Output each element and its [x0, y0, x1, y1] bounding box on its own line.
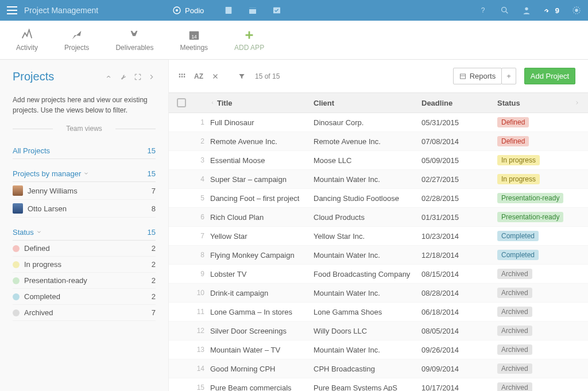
col-deadline[interactable]: Deadline: [421, 99, 497, 107]
cell-status: Archived: [497, 269, 567, 279]
manager-row[interactable]: Jenny Williams7: [13, 182, 156, 200]
cell-deadline: 10/17/2014: [421, 384, 497, 392]
svg-point-10: [546, 11, 548, 13]
status-section[interactable]: Status 15: [13, 224, 156, 241]
search-icon[interactable]: [500, 6, 509, 15]
brand-name: Podio: [185, 6, 204, 15]
workspace-title[interactable]: Project Management: [24, 6, 98, 15]
table-row[interactable]: 15Pure Beam commercialsPure Beam Systems…: [169, 378, 588, 391]
sidebar-desc: Add new projects here and view our exist…: [13, 95, 156, 115]
projects-by-manager[interactable]: Projects by manager 15: [13, 166, 156, 182]
table-row[interactable]: 6Rich Cloud PlanCloud Products01/31/2015…: [169, 208, 588, 227]
filter-icon[interactable]: [238, 72, 246, 80]
broadcast-icon[interactable]: [106, 73, 114, 81]
table-row[interactable]: 11Lone Gamma – In storesLone Gamma Shoes…: [169, 303, 588, 322]
table-row[interactable]: 8Flying Monkey CampaignMountain Water In…: [169, 246, 588, 265]
cell-deadline: 08/15/2014: [421, 270, 497, 278]
view-count: 15: [148, 146, 156, 155]
table-row[interactable]: 13Mountain Water – TVMountain Water Inc.…: [169, 340, 588, 359]
all-projects-view[interactable]: All Projects 15: [13, 143, 156, 159]
settings-icon[interactable]: [572, 6, 581, 15]
expand-icon[interactable]: [134, 73, 142, 81]
calendar-icon[interactable]: [248, 6, 257, 15]
cell-title: Drink-it campaign: [210, 289, 314, 297]
reports-button[interactable]: Reports: [453, 68, 502, 84]
svg-rect-15: [179, 73, 180, 75]
notifications-button[interactable]: 9: [544, 6, 559, 15]
cell-client: Food Broadcasting Company: [314, 270, 421, 278]
tasks-icon[interactable]: [272, 6, 281, 15]
center-icons: [224, 0, 281, 21]
status-filter-row[interactable]: Presentation-ready2: [13, 273, 156, 289]
add-project-button[interactable]: Add Project: [524, 68, 575, 84]
nav-add-app[interactable]: ADD APP: [234, 29, 264, 52]
cell-status: Archived: [497, 344, 567, 355]
col-client[interactable]: Client: [314, 99, 421, 107]
table-row[interactable]: 1Full DinosaurDinosaur Corp.05/31/2015De…: [169, 113, 588, 132]
menu-icon[interactable]: [7, 6, 17, 14]
svg-rect-20: [184, 76, 185, 77]
avatar: [13, 185, 23, 196]
table-row[interactable]: 9Lobster TVFood Broadcasting Company08/1…: [169, 265, 588, 284]
table-row[interactable]: 2Remote Avenue Inc.Remote Avenue Inc.07/…: [169, 132, 588, 151]
status-badge: In progress: [497, 174, 540, 184]
select-all-checkbox[interactable]: [177, 98, 186, 107]
col-title[interactable]: Title: [210, 99, 314, 107]
nav-projects[interactable]: Projects: [64, 29, 89, 52]
cell-status: Defined: [497, 117, 567, 127]
cell-status: Archived: [497, 307, 567, 317]
status-dot: [13, 245, 20, 252]
cell-status: Completed: [497, 231, 567, 241]
cell-status: Archived: [497, 288, 567, 298]
chevron-right-icon[interactable]: [574, 100, 580, 106]
table-row[interactable]: 5Dancing Foot – first projectDancing Stu…: [169, 189, 588, 208]
tools-icon[interactable]: [211, 72, 219, 80]
status-label: Archived: [24, 308, 53, 317]
table-row[interactable]: 12Silver Door ScreeningsWilly Doors LLC0…: [169, 322, 588, 340]
status-badge: Archived: [497, 269, 532, 279]
status-filter-row[interactable]: In progress2: [13, 257, 156, 273]
status-count: 2: [152, 244, 156, 253]
table-row[interactable]: 14Good Morning CPHCPH Broadcasting09/09/…: [169, 359, 588, 378]
nav-label: Projects: [64, 44, 89, 52]
table-row[interactable]: 4Super Star – campaignMountain Water Inc…: [169, 170, 588, 189]
sidebar-header: Projects: [13, 70, 156, 83]
table-row[interactable]: 7Yellow StarYellow Star Inc.10/23/2014Co…: [169, 227, 588, 246]
cell-title: Yellow Star: [210, 232, 314, 241]
table-row[interactable]: 10Drink-it campaignMountain Water Inc.08…: [169, 284, 588, 303]
status-filter-row[interactable]: Completed2: [13, 289, 156, 305]
cell-title: Rich Cloud Plan: [210, 213, 314, 222]
layout-icon[interactable]: [178, 72, 186, 80]
podio-icon: [172, 6, 181, 15]
wrench-icon[interactable]: [120, 73, 128, 81]
help-icon[interactable]: ?: [478, 6, 488, 15]
row-number: 8: [196, 251, 210, 259]
cell-deadline: 08/05/2014: [421, 327, 497, 335]
sort-az[interactable]: AZ: [194, 72, 203, 80]
brand-logo[interactable]: Podio: [172, 0, 204, 21]
chevron-right-icon[interactable]: [148, 73, 156, 81]
app-nav: Activity Projects Deliverables 14 Meetin…: [0, 21, 588, 60]
svg-text:14: 14: [191, 34, 197, 39]
nav-meetings[interactable]: 14 Meetings: [180, 29, 208, 52]
main: AZ 15 of 15 Reports + Add Project: [169, 60, 588, 391]
reports-add-button[interactable]: +: [501, 68, 516, 84]
col-status[interactable]: Status: [497, 99, 567, 107]
svg-point-1: [176, 9, 178, 11]
nav-activity[interactable]: Activity: [16, 29, 38, 52]
user-icon[interactable]: [522, 6, 531, 15]
cell-client: Pure Beam Systems ApS: [314, 384, 421, 392]
status-filter-row[interactable]: Defined2: [13, 241, 156, 257]
table-row[interactable]: 3Essential MooseMoose LLC05/09/2015In pr…: [169, 151, 588, 170]
cell-deadline: 05/31/2015: [421, 118, 497, 127]
team-views-divider: Team views: [13, 125, 156, 133]
cell-deadline: 05/09/2015: [421, 156, 497, 165]
cell-deadline: 02/27/2015: [421, 175, 497, 184]
notif-count: 9: [555, 6, 559, 15]
view-count: 15: [148, 228, 156, 237]
manager-row[interactable]: Otto Larsen8: [13, 200, 156, 218]
status-filter-row[interactable]: Archived7: [13, 305, 156, 321]
contacts-icon[interactable]: [224, 6, 233, 15]
nav-deliverables[interactable]: Deliverables: [115, 29, 153, 52]
cell-client: Moose LLC: [314, 156, 421, 165]
